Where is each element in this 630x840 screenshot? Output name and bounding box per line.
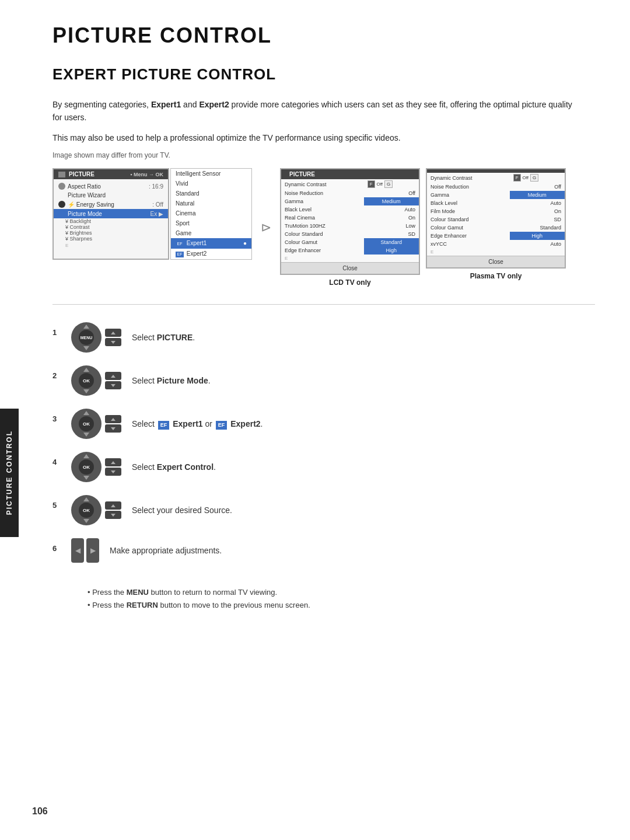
left-nav-button[interactable]: ◀ [71,538,84,563]
step-5-number: 5 [52,501,61,510]
expert2-icon: EF [176,252,184,257]
menu-button[interactable]: MENU [71,322,102,353]
arrow-up-icon-3 [83,411,89,415]
lr-nav-group: ◀ ▶ [71,538,99,563]
right-arrow-icon: ▶ [90,546,96,555]
submenu-sport: Sport [171,218,251,228]
step-3: 3 OK Select EF Exp [52,409,595,439]
lcd-row-edgeenhancer: Edge Enhancer High [281,246,419,255]
plasma-colourgamut-value: Standard [510,224,565,232]
plasma-dynamic-contrast-label: Dynamic Contrast [427,173,510,183]
ok-button-5[interactable]: OK [71,495,102,525]
sub-footer: E [65,242,168,249]
footer-note-2: • Press the RETURN button to move to the… [88,599,595,612]
aspect-label: Aspect Ratio [68,183,101,190]
plasma-settings-table: Dynamic Contrast F Off G Noise Reduction [427,173,565,248]
picturemode-value: Ex ▶ [150,211,163,217]
nav-up-button-4[interactable] [105,458,121,466]
ok-text-4: OK [83,465,90,470]
plasma-filmmode-value: On [510,207,565,215]
nav-up-button-5[interactable] [105,501,121,510]
plasma-xvycc-label: xvYCC [427,240,510,248]
lcd-dynamic-contrast-label: Dynamic Contrast [281,179,364,189]
screens-area: PICTURE ▪ Menu → OK Aspect Ratio : 16:9 … [52,168,595,287]
menu-text: MENU [80,336,93,340]
ok-button-2[interactable]: OK [71,365,102,396]
lcd-close-button[interactable]: Close [281,262,419,274]
step-5-nav [105,501,121,519]
plasma-noise-value: Off [510,183,565,191]
ok-center-button-3[interactable]: OK [79,416,94,431]
lcd-colourgamut-label: Colour Gamut [281,238,364,246]
step-2-nav [105,372,121,389]
lcd-label: LCD TV only [329,278,370,287]
nav-down-button-4[interactable] [105,468,121,476]
lcd-row-blacklevel: Black Level Auto [281,205,419,214]
plasma-gamma-label: Gamma [427,191,510,199]
plasma-colourgamut-label: Colour Gamut [427,224,510,232]
ok-button-3[interactable]: OK [71,409,102,439]
step-5-text: Select your desired Source. [132,504,232,517]
plasma-off-toggle: F [513,174,521,182]
wizard-label: Picture Wizard [68,192,106,198]
arrow-down-icon-2 [83,389,89,393]
step-5-buttons: OK [71,495,121,525]
aspect-value: : 16:9 [149,183,163,190]
ok-center-button-2[interactable]: OK [79,373,94,388]
plasma-row-gamma: Gamma Medium [427,191,565,199]
menu-submenu-items: ¥ Backlight ¥ Contrast ¥ Brightnes ¥ Sha… [54,218,168,249]
nav-down-button-2[interactable] [105,381,121,389]
energy-value: : Off [152,201,163,208]
plasma-close-button[interactable]: Close [427,256,565,267]
nav-down-button-3[interactable] [105,424,121,433]
step-4: 4 OK Select Expert [52,452,595,482]
step-2: 2 OK Select Pictur [52,365,595,396]
submenu-standard: Standard [171,189,251,198]
ok-text-5: OK [83,508,90,513]
lcd-row-noise: Noise Reduction Off [281,189,419,197]
nav-up-button[interactable] [105,329,121,337]
step-2-buttons: OK [71,365,121,396]
nav-up-button-2[interactable] [105,372,121,380]
nav-up-button-3[interactable] [105,415,121,423]
expert-badge-1: EF [158,421,170,430]
on-toggle: G [384,180,393,188]
nav-down-button-5[interactable] [105,511,121,519]
lcd-screen-title: PICTURE [289,171,315,177]
plasma-row-blacklevel: Black Level Auto [427,199,565,207]
ok-center-button-5[interactable]: OK [79,503,94,518]
expert1-icon: EF [176,241,184,247]
tv-main-menu: PICTURE ▪ Menu → OK Aspect Ratio : 16:9 … [52,168,169,260]
plasma-screen-group: Dynamic Contrast F Off G Noise Reduction [426,168,566,280]
expert-badge-2: EF [216,421,228,430]
lcd-row-realcinema: Real Cinema On [281,214,419,222]
section-title: EXPERT PICTURE CONTROL [52,65,595,83]
lcd-row-dynamic-contrast: Dynamic Contrast F Off G [281,179,419,189]
step-6-number: 6 [52,544,61,553]
menu-row-energy: ⚡ Energy Saving : Off [54,200,168,209]
plasma-row-colourgamut: Colour Gamut Standard [427,224,565,232]
lcd-realcinema-value: On [364,214,419,222]
arrow-up-icon-4 [83,454,89,458]
nav-down-button[interactable] [105,338,121,346]
arrow-up-icon-5 [83,497,89,501]
plasma-noise-label: Noise Reduction [427,183,510,191]
lcd-screen-group: PICTURE Dynamic Contrast F Off G [280,168,420,287]
menu-center-button[interactable]: MENU [79,330,94,345]
lcd-noise-label: Noise Reduction [281,189,364,197]
tv-submenu: Intelligent Sensor Vivid Standard Natura… [170,168,252,260]
plasma-footer-bar: E [427,248,565,256]
nav-up-arrow-icon-4 [111,461,116,464]
tv-menu-body: Aspect Ratio : 16:9 Picture Wizard ⚡ Ene… [54,179,168,252]
nav-up-arrow-icon-5 [111,504,116,507]
right-nav-button[interactable]: ▶ [86,538,99,563]
step-6-text: Make appropriate adjustments. [110,545,222,557]
step-6: 6 ◀ ▶ Make appropriate adjustments. [52,538,595,563]
ok-button-4[interactable]: OK [71,452,102,482]
ok-center-button-4[interactable]: OK [79,459,94,475]
step-6-buttons: ◀ ▶ [71,538,99,563]
nav-down-arrow-icon-3 [111,427,116,430]
page-title: PICTURE CONTROL [52,23,595,48]
lcd-dynamic-contrast-fg: F Off G [364,179,419,189]
plasma-colourstandard-value: SD [510,215,565,224]
